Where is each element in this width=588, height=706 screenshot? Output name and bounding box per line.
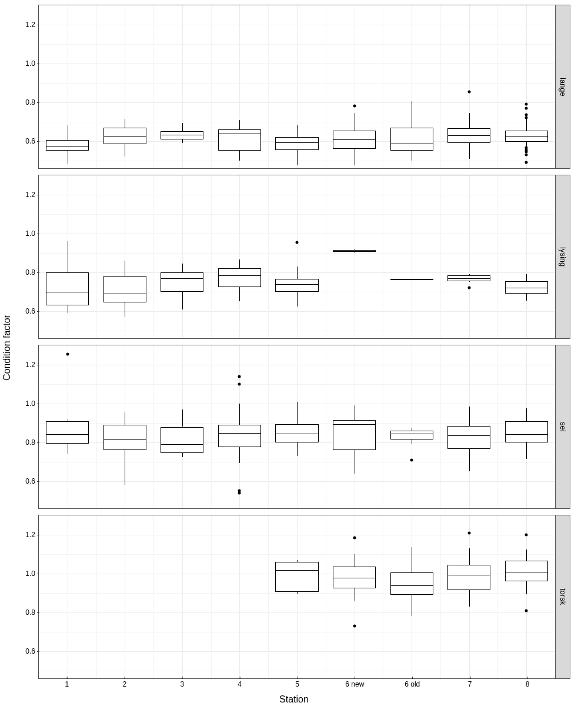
box (447, 565, 490, 590)
box (333, 420, 376, 450)
y-tick: 1.2 (25, 531, 39, 539)
panel-row: 0.60.81.01.2lange (38, 5, 570, 169)
box (447, 426, 490, 449)
y-tick: 0.6 (25, 137, 39, 145)
panel-sei: 0.60.81.01.2 (38, 345, 556, 509)
outlier (525, 146, 528, 149)
y-tick: 0.8 (25, 608, 39, 617)
facet-strip: lysing (556, 175, 570, 339)
y-tick: 1.0 (25, 399, 39, 408)
y-tick: 0.6 (25, 477, 39, 485)
y-axis-label: Condition factor (2, 282, 12, 348)
box (333, 250, 376, 252)
outlier (238, 375, 241, 378)
outlier (353, 105, 356, 108)
facet-strip: lange (556, 5, 570, 169)
panel-torsk: 0.60.81.01.2 (38, 515, 556, 679)
box (447, 275, 490, 281)
x-tick: 6 new (345, 680, 364, 688)
panel-lysing: 0.60.81.01.2 (38, 175, 556, 339)
facet-label: sei (559, 422, 567, 432)
outlier (238, 489, 241, 492)
outlier (525, 114, 528, 116)
x-tick-row: 123456 new6 old78 (38, 679, 556, 691)
box (505, 131, 548, 142)
outlier (525, 161, 528, 164)
x-tick: 4 (238, 680, 242, 688)
y-tick: 1.2 (25, 361, 39, 369)
x-tick: 2 (122, 680, 126, 688)
box (333, 567, 376, 588)
box (505, 561, 548, 581)
outlier (467, 287, 470, 289)
box (218, 268, 261, 287)
panel-lange: 0.60.81.01.2 (38, 5, 556, 169)
box (103, 425, 146, 450)
panel-row: 0.60.81.01.2torsk (38, 515, 570, 679)
box (275, 424, 318, 442)
outlier (525, 609, 528, 612)
faceted-boxplot: Condition factor 0.60.81.01.2lange0.60.8… (0, 0, 588, 706)
box (505, 421, 548, 442)
box (103, 128, 146, 144)
box (46, 140, 89, 151)
box (218, 129, 261, 151)
outlier (525, 103, 528, 106)
box (390, 279, 433, 280)
facet-label: lysing (559, 247, 567, 267)
panel-row: 0.60.81.01.2sei (38, 345, 570, 509)
outlier (410, 458, 413, 461)
x-tick: 3 (180, 680, 184, 688)
box (447, 128, 490, 143)
x-tick: 6 old (405, 680, 420, 688)
y-tick: 0.6 (25, 647, 39, 655)
x-axis-label: Station (0, 694, 588, 705)
x-tick: 7 (468, 680, 472, 688)
outlier (525, 106, 528, 109)
y-tick: 1.2 (25, 191, 39, 199)
box (390, 128, 433, 151)
panel-container: 0.60.81.01.2lange0.60.81.01.2lysing0.60.… (38, 5, 570, 679)
box (505, 281, 548, 294)
outlier (467, 90, 470, 93)
outlier (66, 352, 69, 355)
y-tick: 1.0 (25, 59, 39, 68)
y-tick: 0.8 (25, 268, 39, 277)
facet-strip: sei (556, 345, 570, 509)
box (218, 425, 261, 447)
outlier (467, 531, 470, 534)
box (46, 272, 89, 305)
facet-label: lange (559, 78, 567, 96)
outlier (296, 241, 299, 244)
box (161, 427, 203, 454)
outlier (525, 153, 528, 156)
outlier (525, 533, 528, 536)
box (333, 131, 376, 149)
y-tick: 0.6 (25, 307, 39, 315)
box (275, 137, 318, 149)
y-tick: 1.0 (25, 229, 39, 238)
box (275, 562, 318, 592)
box (46, 421, 89, 444)
y-tick: 1.0 (25, 570, 39, 578)
outlier (353, 536, 356, 539)
box (161, 131, 203, 139)
outlier (525, 116, 528, 119)
y-tick: 1.2 (25, 21, 39, 29)
facet-strip: torsk (556, 515, 570, 679)
box (390, 431, 433, 439)
y-tick: 0.8 (25, 438, 39, 447)
box (275, 279, 318, 291)
x-tick: 5 (295, 680, 299, 688)
x-tick: 8 (526, 680, 530, 688)
x-tick: 1 (65, 680, 69, 688)
box (161, 272, 203, 292)
outlier (353, 624, 356, 627)
outlier (238, 382, 241, 385)
facet-label: torsk (559, 588, 567, 605)
box (390, 572, 433, 595)
y-tick: 0.8 (25, 98, 39, 106)
panel-row: 0.60.81.01.2lysing (38, 175, 570, 339)
box (103, 276, 146, 302)
